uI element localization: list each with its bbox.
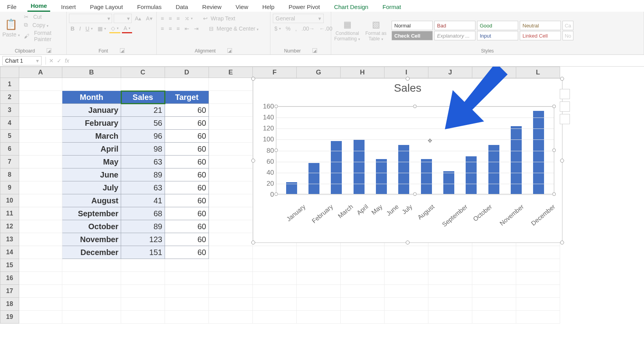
row-head-12[interactable]: 12	[0, 220, 19, 233]
align-bottom-icon[interactable]: ≡	[175, 14, 181, 23]
cell-B5[interactable]: March	[62, 130, 121, 143]
chart-handle-b[interactable]	[406, 241, 410, 244]
copy-button[interactable]: Copy	[33, 22, 49, 28]
cell-B7[interactable]: May	[62, 156, 121, 168]
cell-C1[interactable]	[121, 78, 165, 91]
increase-indent-icon[interactable]: ⇥	[192, 24, 200, 33]
cell-styles-gallery[interactable]: Normal Bad Good Neutral Ca Check Cell Ex…	[392, 21, 573, 40]
cell-C11[interactable]: 68	[121, 207, 165, 220]
cell-L18[interactable]	[516, 298, 560, 311]
cell-A18[interactable]	[19, 298, 62, 311]
format-as-table-button[interactable]: Format as Table	[364, 31, 388, 42]
chart-handle-br[interactable]	[560, 241, 564, 244]
cell-A10[interactable]	[19, 194, 62, 207]
col-head-D[interactable]: D	[165, 67, 209, 78]
bar-August[interactable]	[443, 171, 454, 194]
cell-K18[interactable]	[472, 298, 516, 311]
font-launcher[interactable]: ◢	[120, 48, 125, 53]
cell-J16[interactable]	[428, 272, 472, 285]
number-format-dropdown[interactable]: General▾	[273, 14, 324, 23]
cell-E12[interactable]	[209, 220, 253, 233]
plot-handle-bl[interactable]	[274, 192, 278, 196]
tab-data[interactable]: Data	[172, 3, 191, 12]
row-head-16[interactable]: 16	[0, 272, 19, 285]
bar-April[interactable]	[354, 140, 365, 194]
cell-E3[interactable]	[209, 104, 253, 117]
style-input[interactable]: Input	[477, 31, 518, 40]
cell-D18[interactable]	[165, 298, 209, 311]
tab-page-layout[interactable]: Page Layout	[87, 3, 126, 12]
cell-L19[interactable]	[516, 311, 560, 324]
row-head-17[interactable]: 17	[0, 285, 19, 298]
bar-May[interactable]	[376, 159, 387, 194]
cell-B12[interactable]: October	[62, 220, 121, 233]
bar-September[interactable]	[466, 156, 477, 194]
chart-handle-t[interactable]	[406, 77, 410, 81]
cell-B18[interactable]	[62, 298, 121, 311]
plot-handle-r[interactable]	[552, 148, 556, 152]
font-name-dropdown[interactable]: ▾	[69, 14, 112, 23]
format-painter-icon[interactable]: 🖌	[24, 33, 29, 39]
cell-A1[interactable]	[19, 78, 62, 91]
accounting-icon[interactable]: $	[273, 24, 283, 33]
select-all-corner[interactable]	[0, 67, 19, 78]
font-size-dropdown[interactable]: ▾	[114, 14, 132, 23]
cell-B1[interactable]	[62, 78, 121, 91]
cell-F17[interactable]	[253, 285, 297, 298]
enter-formula-icon[interactable]: ✓	[55, 58, 63, 64]
cell-I15[interactable]	[385, 259, 428, 272]
formula-input[interactable]	[71, 56, 644, 65]
name-box[interactable]: Chart 1▾	[2, 56, 42, 65]
cut-button[interactable]: Cut	[33, 14, 42, 20]
row-head-3[interactable]: 3	[0, 104, 19, 117]
cell-E8[interactable]	[209, 168, 253, 181]
row-head-9[interactable]: 9	[0, 181, 19, 194]
cell-E14[interactable]	[209, 246, 253, 259]
cell-A17[interactable]	[19, 285, 62, 298]
cell-D12[interactable]: 60	[165, 220, 209, 233]
cell-A12[interactable]	[19, 220, 62, 233]
style-check-cell[interactable]: Check Cell	[392, 31, 433, 40]
cell-A9[interactable]	[19, 181, 62, 194]
cell-B4[interactable]: February	[62, 117, 121, 130]
row-head-18[interactable]: 18	[0, 298, 19, 311]
cell-G16[interactable]	[297, 272, 341, 285]
cell-C19[interactable]	[121, 311, 165, 324]
cell-D7[interactable]: 60	[165, 156, 209, 168]
cell-L14[interactable]	[516, 246, 560, 259]
cell-L16[interactable]	[516, 272, 560, 285]
chart-elements-button[interactable]	[560, 89, 570, 99]
chart-object[interactable]: Sales 020406080100120140160 JanuaryFebru…	[253, 78, 562, 243]
cell-B14[interactable]: December	[62, 246, 121, 259]
cell-D10[interactable]: 60	[165, 194, 209, 207]
cell-C14[interactable]: 151	[121, 246, 165, 259]
cell-B9[interactable]: July	[62, 181, 121, 194]
cell-A7[interactable]	[19, 156, 62, 168]
chart-handle-tl[interactable]	[251, 77, 255, 81]
cell-H15[interactable]	[341, 259, 385, 272]
tab-chart-design[interactable]: Chart Design	[331, 3, 372, 12]
cell-F18[interactable]	[253, 298, 297, 311]
row-head-13[interactable]: 13	[0, 233, 19, 246]
cell-E9[interactable]	[209, 181, 253, 194]
cell-J14[interactable]	[428, 246, 472, 259]
cell-H14[interactable]	[341, 246, 385, 259]
tab-file[interactable]: File	[4, 3, 20, 12]
cell-C12[interactable]: 89	[121, 220, 165, 233]
cell-A11[interactable]	[19, 207, 62, 220]
cell-G18[interactable]	[297, 298, 341, 311]
increase-decimal-icon[interactable]: .00→	[300, 24, 316, 33]
cell-A14[interactable]	[19, 246, 62, 259]
cell-C9[interactable]: 63	[121, 181, 165, 194]
cell-A6[interactable]	[19, 143, 62, 156]
tab-view[interactable]: View	[232, 3, 251, 12]
row-head-7[interactable]: 7	[0, 156, 19, 168]
row-head-6[interactable]: 6	[0, 143, 19, 156]
cell-C5[interactable]: 96	[121, 130, 165, 143]
style-bad[interactable]: Bad	[434, 21, 475, 30]
bar-February[interactable]	[308, 163, 319, 194]
align-center-icon[interactable]: ≡	[167, 24, 173, 33]
row-head-2[interactable]: 2	[0, 91, 19, 104]
cell-E15[interactable]	[209, 259, 253, 272]
cell-C8[interactable]: 89	[121, 168, 165, 181]
